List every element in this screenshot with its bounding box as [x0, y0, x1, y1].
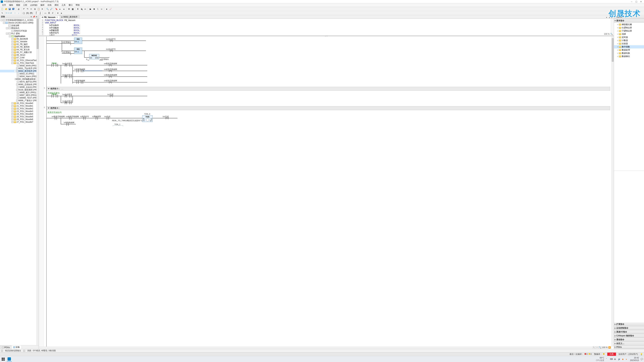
tray-up-icon[interactable]: ˄ [606, 358, 608, 360]
network-6-header[interactable]: 程序段 6： [46, 106, 610, 110]
tree-pou[interactable]: M070_轴手动 (PRG) [0, 80, 39, 83]
contact-n-1b[interactable] [68, 75, 72, 78]
tree-pou[interactable]: M001_气缸程序 (PRG) [0, 67, 39, 70]
print-icon[interactable]: 🖨 [17, 7, 20, 11]
coil-r-4[interactable]: (R) [109, 94, 113, 97]
tree-folder[interactable]: −11_POU_MainTask [0, 62, 39, 64]
menu-help[interactable]: 帮助 [74, 3, 81, 7]
stop-icon[interactable]: ■ [92, 7, 96, 11]
tree-folder[interactable]: +10_POU_EthercatTask [0, 59, 39, 62]
tray-bt-icon[interactable]: ◆ [622, 358, 624, 360]
zoom-search-icon[interactable]: 🔍 [599, 346, 601, 349]
paste-icon[interactable]: 📋 [37, 7, 40, 11]
tree-folder[interactable]: +21_POU_Moudle1 [0, 105, 39, 107]
tray-notify-icon[interactable]: 💬 [641, 358, 643, 360]
msg-tab-messages[interactable]: 消息 - 0个错误, 48警告, 8条消息 [27, 349, 56, 352]
rp-comm-header[interactable]: 通信指令 [614, 338, 644, 342]
rp-pous-header[interactable]: POUs [614, 346, 644, 349]
menu-ldfbd[interactable]: LD/FBD [29, 4, 39, 7]
contact-ioxdone[interactable] [106, 117, 110, 120]
tree-folder[interactable]: +01_Variable [0, 40, 39, 43]
rp-basic-item[interactable]: +位逻辑运算 [614, 26, 644, 29]
tree-folder[interactable]: +07_CAM [0, 56, 39, 59]
tray-net-icon[interactable]: 🖧 [614, 358, 616, 360]
maximize-button[interactable]: ▢ [634, 0, 639, 3]
tab-prev-icon[interactable]: ◂ [608, 16, 610, 18]
rp-ext-header[interactable]: 扩展指令 [614, 323, 644, 326]
expand-icon[interactable]: ▸ [60, 11, 63, 15]
tree-folder[interactable]: +02_FB_轴控 [0, 43, 39, 45]
contact-true-2[interactable] [51, 94, 54, 97]
tree-netcfg[interactable]: −网络组态 [0, 27, 39, 29]
rp-fav-header[interactable]: 收藏夹 [614, 15, 644, 19]
breakpoint-icon[interactable]: ● [105, 7, 108, 11]
rp-basic-item[interactable]: +计数器 [614, 39, 644, 42]
start-button[interactable] [1, 357, 5, 361]
tab-close-icon[interactable]: ✕ [56, 16, 58, 18]
tree-folder[interactable]: +23_POU_Moudle3 [0, 110, 39, 113]
contact-ds-2[interactable] [76, 81, 80, 84]
rp-motion-header[interactable]: 运动控制指令 [614, 326, 644, 330]
rp-basic-item[interactable]: +选择 [614, 32, 644, 36]
copy-icon[interactable]: ⧉ [33, 7, 36, 11]
panel-close-icon[interactable]: ✕ [36, 15, 38, 18]
rp-basic-item[interactable]: +数学函数 [614, 45, 644, 48]
step-icon[interactable]: ⤵ [96, 7, 100, 11]
tree-pou[interactable]: M080_总初始化 (PRG) [0, 83, 39, 86]
download-icon[interactable]: ⬇ [76, 7, 80, 11]
menu-view[interactable]: 视图 [15, 3, 22, 7]
editor-tab-fbvacuum[interactable]: FB_Vacuum ✕ [40, 15, 60, 19]
network-insert-icon[interactable]: ☰ [47, 11, 51, 15]
contact-p-2[interactable]: P [64, 94, 68, 97]
undo-icon[interactable]: ↶ [22, 7, 26, 11]
tree-device[interactable]: −Device (AC801-0221-U0R0) [0, 21, 39, 24]
findnext-icon[interactable]: 🔎 [50, 7, 53, 11]
coil-r-1[interactable]: (R) [109, 49, 113, 52]
zoom-icon[interactable]: 🔍 [610, 33, 613, 35]
tree-folder[interactable]: +05_FC_函数计算 [0, 51, 39, 54]
rp-canopen-header[interactable]: CANopen 轴控指令 [614, 334, 644, 338]
zoom-dd-icon[interactable]: 🔽 [608, 346, 611, 349]
tree-folder[interactable]: +22_POU_Moudle2 [0, 107, 39, 110]
coil-reset-icon[interactable]: (R) [30, 11, 33, 15]
saveall-icon[interactable] [12, 7, 15, 11]
contact-n-1[interactable]: N [64, 75, 68, 78]
redo-icon[interactable]: ↷ [26, 7, 29, 11]
contact-nc-icon[interactable]: ⊬ [10, 11, 13, 15]
contact-true-1b[interactable] [55, 64, 59, 67]
tree-pou[interactable]: M090_总自动 (PRG) [0, 86, 39, 88]
editor-tab-m002[interactable]: M002_真空程序 [60, 15, 80, 19]
tree-pou[interactable]: M003_IO (PRG) [0, 72, 39, 75]
contact-n-2[interactable]: N [64, 101, 68, 104]
branch-close-icon[interactable]: ⎦ [38, 11, 42, 15]
minimize-button[interactable]: ─ [629, 0, 634, 3]
fb-move[interactable]: MOVE EN ENO [89, 54, 99, 59]
contact-ds-1[interactable] [76, 69, 80, 72]
tree-folder[interactable]: +03_FB_通用类 [0, 45, 39, 48]
rp-basic-item[interactable]: +数据处理 [614, 48, 644, 52]
contact-p-1[interactable]: P [64, 64, 68, 67]
menu-edit[interactable]: 编辑 [8, 3, 14, 7]
branch-open-icon[interactable]: ⎡ [35, 11, 38, 15]
coil-s-3[interactable]: (S) [108, 81, 112, 84]
tab-list-icon[interactable]: ▾ [606, 16, 608, 18]
tree-folder[interactable]: +25_POU_Moudle5 [0, 115, 39, 118]
coil-r-3[interactable]: (R) [108, 75, 112, 78]
coil-set-icon[interactable]: (S) [26, 11, 29, 15]
contact-no-icon[interactable]: ⊢⊣ [6, 11, 9, 15]
tree-scrollbar[interactable] [36, 18, 39, 345]
tree-root[interactable]: −中型新版通用模板V1.1_AC801 [0, 19, 39, 21]
tray-vol-icon[interactable]: 🔊 [618, 358, 620, 360]
contact-p-2b[interactable] [68, 94, 72, 97]
coil-s-4[interactable]: (S) [165, 117, 169, 120]
panel-dropdown-icon[interactable]: ▾ [30, 15, 32, 18]
tab-pous[interactable]: POUs [0, 346, 12, 349]
contact-p-icon[interactable]: ↑ [13, 11, 16, 15]
trace-icon[interactable]: 📈 [109, 7, 112, 11]
tree-pou[interactable]: M995_配方 (PRG) [0, 91, 39, 94]
tree-pou[interactable]: M9999_TEST (PRG) [0, 96, 39, 99]
declaration-editor[interactable]: 1 2 3 4 5 6 7 FUNCTION_BLOCK FB_Vacuum V… [39, 19, 614, 35]
bookmark-prev-icon[interactable]: ◂ [62, 7, 66, 11]
tree-folder[interactable]: +04_FB_算法类 [0, 48, 39, 51]
tree-folder[interactable]: +26_POU_Moudle6 [0, 118, 39, 121]
